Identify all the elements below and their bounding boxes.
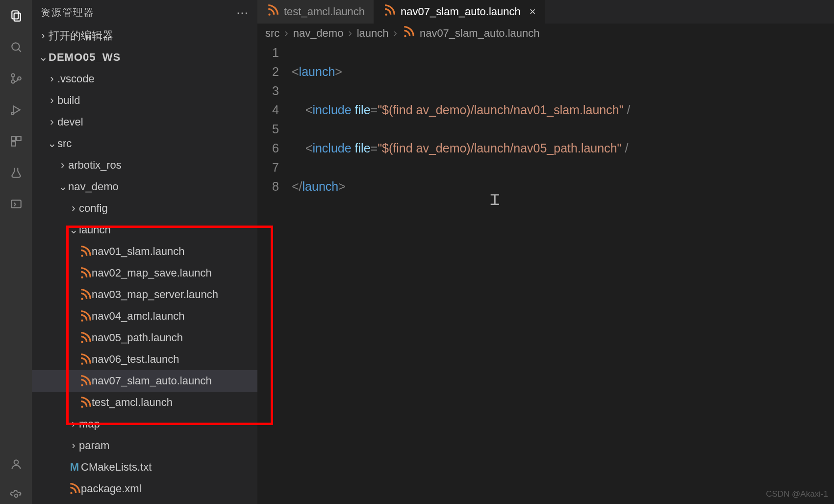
svg-point-5	[11, 80, 15, 83]
tree-item-label: nav06_test.launch	[92, 353, 179, 366]
folder-item[interactable]: ›devel	[32, 111, 257, 133]
tree-item-label: nav07_slam_auto.launch	[92, 375, 212, 387]
chevron-right-icon: ›	[47, 116, 57, 128]
rss-file-icon	[79, 331, 92, 344]
svg-marker-7	[13, 106, 20, 113]
svg-rect-11	[11, 142, 16, 146]
tree-item-label: nav05_path.launch	[92, 331, 183, 344]
chevron-right-icon: ›	[38, 29, 49, 42]
breadcrumb-segment[interactable]: nav07_slam_auto.launch	[420, 27, 540, 40]
tree-item-label: arbotix_ros	[68, 159, 122, 172]
rss-file-icon	[383, 4, 396, 20]
tree-item-label: nav_demo	[68, 180, 119, 193]
file-item[interactable]: nav02_map_save.launch	[32, 262, 257, 284]
tree-item-label: config	[79, 202, 108, 215]
rss-file-icon	[79, 288, 92, 301]
breadcrumb-segment[interactable]: nav_demo	[293, 27, 344, 40]
tab-label: test_amcl.launch	[284, 5, 365, 18]
file-item[interactable]: nav05_path.launch	[32, 327, 257, 349]
cmake-file-icon: M	[68, 461, 81, 474]
tree-item-label: devel	[57, 116, 83, 128]
file-item[interactable]: nav06_test.launch	[32, 349, 257, 370]
tree-item-label: nav03_map_server.launch	[92, 288, 218, 301]
project-root[interactable]: ⌄ DEMO05_WS	[32, 47, 257, 68]
file-item[interactable]: nav03_map_server.launch	[32, 284, 257, 305]
tree-item-label: build	[57, 94, 80, 107]
open-editors-section[interactable]: › 打开的编辑器	[32, 25, 257, 47]
chevron-right-icon: ›	[47, 94, 57, 107]
svg-rect-0	[12, 11, 18, 19]
source-control-icon[interactable]	[8, 70, 25, 87]
folder-item[interactable]: ⌄nav_demo	[32, 176, 257, 198]
folder-item[interactable]: ⌄src	[32, 133, 257, 154]
editor-tabs: test_amcl.launchnav07_slam_auto.launch×	[257, 0, 834, 24]
tree-item-label: launch	[79, 224, 111, 236]
tree-item-label: nav04_amcl.launch	[92, 310, 185, 323]
chevron-right-icon: ›	[47, 73, 57, 85]
tree-item-label: CMakeLists.txt	[81, 461, 152, 474]
explorer-icon[interactable]	[8, 7, 25, 24]
editor-tab[interactable]: nav07_slam_auto.launch×	[374, 0, 545, 24]
file-item[interactable]: package.xml	[32, 478, 257, 500]
watermark: CSDN @Akaxi-1	[766, 489, 828, 499]
file-item[interactable]: nav07_slam_auto.launch	[32, 370, 257, 392]
folder-item[interactable]: ›arbotix_ros	[32, 154, 257, 176]
sidebar-title: 资源管理器	[41, 6, 95, 19]
folder-item[interactable]: ›map	[32, 413, 257, 435]
file-item[interactable]: test_amcl.launch	[32, 392, 257, 413]
line-numbers: 12345678	[257, 43, 292, 504]
extensions-icon[interactable]	[8, 133, 25, 150]
editor-tab[interactable]: test_amcl.launch	[257, 0, 374, 24]
svg-point-8	[11, 112, 13, 114]
settings-gear-icon[interactable]	[8, 487, 25, 504]
accounts-icon[interactable]	[8, 456, 25, 473]
tree-item-label: map	[79, 418, 100, 430]
code-editor[interactable]: 12345678 <launch> <include file="$(find …	[257, 43, 834, 504]
breadcrumb-segment[interactable]: launch	[357, 27, 389, 40]
search-icon[interactable]	[8, 39, 25, 55]
folder-item[interactable]: ›config	[32, 198, 257, 219]
svg-point-4	[11, 74, 15, 77]
folder-item[interactable]: ›build	[32, 90, 257, 111]
more-actions-icon[interactable]: ···	[237, 6, 249, 19]
file-item[interactable]: nav01_slam.launch	[32, 241, 257, 262]
svg-point-13	[14, 460, 18, 464]
tree-item-label: src	[57, 137, 72, 150]
run-debug-icon[interactable]	[8, 101, 25, 118]
activity-bar	[0, 0, 32, 504]
chevron-down-icon: ⌄	[68, 224, 79, 236]
svg-line-3	[18, 49, 21, 51]
chevron-down-icon: ⌄	[47, 137, 57, 150]
explorer-sidebar: 资源管理器 ··· › 打开的编辑器 ⌄ DEMO05_WS ›.vscode›…	[32, 0, 257, 504]
tree-item-label: .vscode	[57, 73, 95, 85]
tab-label: nav07_slam_auto.launch	[401, 5, 521, 18]
testing-icon[interactable]	[8, 164, 25, 181]
svg-rect-9	[11, 136, 16, 141]
folder-item[interactable]: ⌄launch	[32, 219, 257, 241]
file-item[interactable]: MCMakeLists.txt	[32, 456, 257, 478]
chevron-right-icon: ›	[57, 159, 68, 172]
tree-item-label: nav01_slam.launch	[92, 245, 185, 258]
chevron-right-icon: ›	[68, 439, 79, 452]
chevron-right-icon: ›	[68, 418, 79, 430]
rss-file-icon	[79, 245, 92, 258]
close-icon[interactable]: ×	[530, 5, 536, 18]
breadcrumb-segment[interactable]: src	[265, 27, 279, 40]
rss-file-icon	[266, 4, 279, 20]
rss-file-icon	[79, 396, 92, 409]
folder-item[interactable]: ›param	[32, 435, 257, 456]
code-content[interactable]: <launch> <include file="$(find av_demo)/…	[292, 43, 834, 504]
rss-file-icon	[79, 375, 92, 387]
chevron-right-icon: ›	[394, 27, 397, 40]
chevron-right-icon: ›	[284, 27, 288, 40]
svg-point-14	[14, 494, 18, 498]
folder-item[interactable]: ›.vscode	[32, 68, 257, 90]
file-item[interactable]: nav04_amcl.launch	[32, 305, 257, 327]
output-icon[interactable]	[8, 196, 25, 212]
breadcrumbs[interactable]: src›nav_demo›launch›nav07_slam_auto.laun…	[257, 24, 834, 43]
tree-item-label: test_amcl.launch	[92, 396, 173, 409]
tree-item-label: package.xml	[81, 482, 142, 495]
file-tree: › 打开的编辑器 ⌄ DEMO05_WS ›.vscode›build›deve…	[32, 25, 257, 504]
chevron-down-icon: ⌄	[57, 180, 68, 193]
tree-item-label: nav02_map_save.launch	[92, 267, 212, 279]
